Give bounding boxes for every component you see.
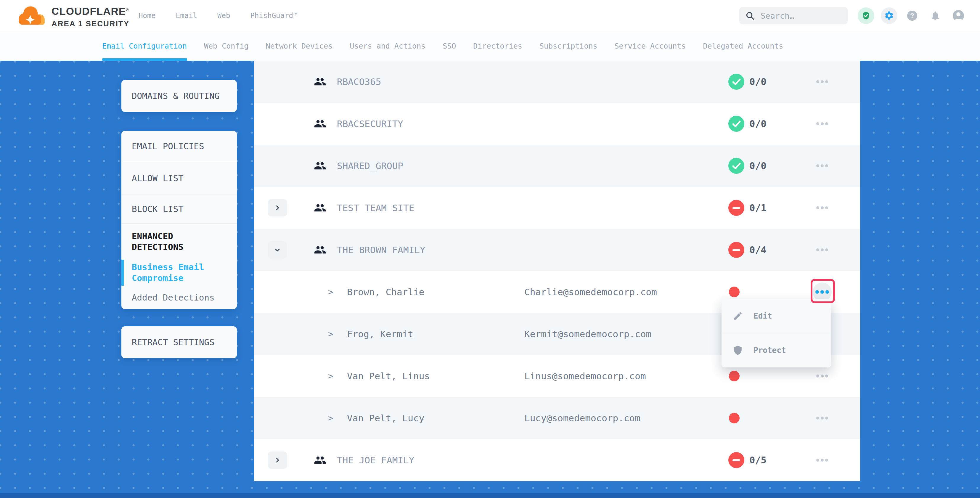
dots-icon [821,417,824,420]
sidebar-item-label: ALLOW LIST [132,173,226,184]
dots-icon [821,122,824,125]
table-row-the-brown-family: THE BROWN FAMILY0/4 [254,229,860,271]
group-icon [314,202,326,214]
status-count: 0/0 [749,118,767,129]
group-name: RBACSECURITY [337,118,403,129]
sidebar-item-business-email-compromise[interactable]: Business Email Compromise [121,260,237,286]
tab-sso[interactable]: SSO [442,42,456,50]
cloudflare-cloud-logo-icon [15,3,47,27]
row-actions-button[interactable] [813,198,832,217]
sidebar-item-email-policies[interactable]: EMAIL POLICIES [121,131,237,162]
row-actions-button[interactable] [813,450,832,469]
brand-name: CLOUDFLARE® [51,5,129,17]
group-table: RBACO3650/0RBACSECURITY0/0SHARED_GROUP0/… [254,61,860,481]
dots-icon [825,417,828,420]
dots-icon [825,122,828,125]
group-name: THE BROWN FAMILY [337,245,425,255]
sidebar-item-retract-settings[interactable]: RETRACT SETTINGS [121,326,237,358]
row-actions-button[interactable] [813,409,832,428]
minus-glyph [732,207,740,209]
dots-icon [825,248,828,251]
search-box [739,7,848,24]
group-name: RBACO365 [337,76,381,87]
tab-delegated-accounts[interactable]: Delegated Accounts [703,42,783,50]
table-row-rbaco365: RBACO3650/0 [254,61,860,103]
menu-item-label: Protect [754,346,786,355]
alert-dot-icon [729,371,740,381]
tab-directories[interactable]: Directories [473,42,522,50]
group-name: TEST TEAM SITE [337,202,414,213]
group-icon [314,243,326,256]
brand-product: AREA 1 SECURITY [51,19,129,29]
row-actions-button[interactable] [813,114,832,133]
dots-icon [821,248,824,251]
menu-item-protect[interactable]: Protect [722,333,831,367]
help-icon[interactable]: ? [904,7,921,24]
status-blocked-icon [728,452,745,468]
expand-toggle-button[interactable] [268,452,287,469]
sidebar-item-enhanced-detections[interactable]: ENHANCED DETECTIONS [121,224,237,260]
row-actions-button[interactable] [813,72,832,91]
expand-toggle-button[interactable] [268,199,287,216]
tab-email-configuration[interactable]: Email Configuration [102,42,187,50]
tab-subscriptions[interactable]: Subscriptions [539,42,598,50]
menu-item-label: Edit [754,312,772,320]
expand-toggle-button[interactable] [268,241,287,258]
dots-icon [825,164,828,167]
sidebar-item-domains-routing[interactable]: DOMAINS & ROUTING [121,80,237,112]
nav-item-email[interactable]: Email [176,11,197,20]
alert-dot-icon [729,413,740,423]
sidebar-card: EMAIL POLICIESALLOW LISTBLOCK LISTENHANC… [121,131,237,309]
chevron-right-icon [274,205,281,211]
minus-glyph [732,459,740,461]
group-icon [314,75,326,88]
status-blocked-icon [728,200,745,216]
tab-users-and-actions[interactable]: Users and Actions [350,42,425,50]
sidebar-item-allow-list[interactable]: ALLOW LIST [121,162,237,194]
config-tab-bar: Email ConfigurationWeb ConfigNetwork Dev… [0,31,980,61]
dots-icon [816,206,819,209]
shield-check-icon[interactable] [858,7,874,24]
settings-gear-icon[interactable] [881,7,897,24]
nav-item-phishguard[interactable]: PhishGuard™ [250,11,297,20]
pencil-icon [733,311,743,321]
bottom-strip [0,493,980,498]
dots-icon [821,206,824,209]
sidebar-item-label: ENHANCED DETECTIONS [132,231,226,252]
top-bar: CLOUDFLARE® AREA 1 SECURITY HomeEmailWeb… [0,0,980,31]
sidebar-item-label: Business Email Compromise [132,262,226,284]
dots-icon [825,374,828,377]
row-actions-button[interactable] [813,156,832,175]
sidebar-item-label: EMAIL POLICIES [132,141,226,151]
member-email: Charlie@somedemocorp.com [524,286,657,297]
dots-icon [816,164,819,167]
tab-service-accounts[interactable]: Service Accounts [615,42,686,50]
search-input[interactable] [760,11,842,21]
status-ok-icon [728,74,745,90]
status-blocked-icon [728,242,745,258]
header-icon-cluster: ? [858,7,967,24]
dots-icon [816,374,819,377]
search-icon [745,11,755,21]
group-icon [314,118,326,130]
menu-item-edit[interactable]: Edit [722,299,831,333]
dots-icon [816,417,819,420]
dots-icon [816,80,819,83]
account-icon[interactable] [950,7,967,24]
tab-network-devices[interactable]: Network Devices [266,42,333,50]
member-name: Frog, Kermit [347,329,413,339]
status-count: 0/0 [749,160,767,172]
nav-item-web[interactable]: Web [217,11,230,20]
sidebar-item-added-detections[interactable]: Added Detections [121,286,237,309]
row-actions-button[interactable] [813,240,832,259]
click-highlight-annotation [811,279,835,303]
alert-dot-icon [729,286,740,297]
notifications-bell-icon[interactable] [927,7,943,24]
member-name: Brown, Charlie [347,286,424,297]
sidebar-item-block-list[interactable]: BLOCK LIST [121,195,237,223]
member-chevron-icon: > [328,287,333,297]
tab-web-config[interactable]: Web Config [204,42,249,50]
nav-item-home[interactable]: Home [138,11,156,20]
row-actions-button[interactable] [813,366,832,385]
member-chevron-icon: > [328,413,333,423]
